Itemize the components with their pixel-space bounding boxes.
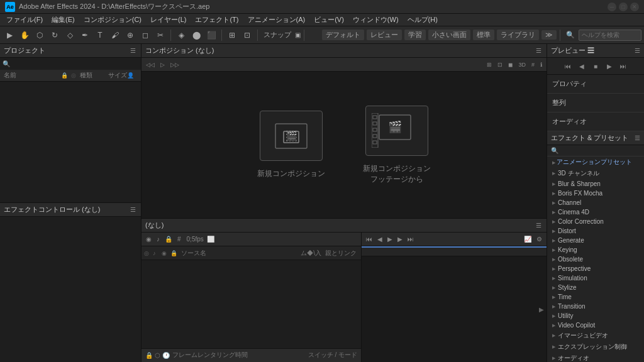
tool-hand[interactable]: ✋ (18, 28, 31, 42)
ws-learn[interactable]: 学習 (404, 30, 426, 40)
effects-control-menu[interactable]: ☰ (128, 206, 137, 214)
tl-solo-icon[interactable]: ◉ (144, 236, 153, 243)
comp-tb-grid[interactable]: # (530, 61, 536, 69)
tl-comp-settings[interactable]: ⚙ (535, 236, 544, 243)
project-panel-menu[interactable]: ☰ (128, 47, 137, 55)
ep-keying[interactable]: Keying (547, 245, 644, 255)
tool-eraser[interactable]: ◻ (138, 28, 152, 42)
ws-default[interactable]: デフォルト (322, 30, 364, 40)
audio-title[interactable]: オーディオ (552, 115, 639, 128)
ws-overflow[interactable]: ≫ (541, 30, 557, 40)
ep-animation-presets[interactable]: アニメーションプリセット (547, 156, 644, 168)
prev-stop[interactable]: ■ (590, 60, 601, 72)
ep-obsolete[interactable]: Obsolete (547, 255, 644, 264)
tool-extra4[interactable]: ⊞ (225, 28, 239, 42)
ep-time[interactable]: Time (547, 292, 644, 302)
window-controls[interactable]: ─ □ ✕ (608, 3, 639, 11)
ep-channel[interactable]: Channel (547, 198, 644, 207)
prev-go-end[interactable]: ⏭ (618, 60, 629, 72)
ep-image-video[interactable]: イマージュビデオ (547, 330, 644, 341)
composition-panel-menu[interactable]: ☰ (534, 47, 543, 55)
menu-view[interactable]: ビュー(V) (310, 14, 348, 25)
tool-brush[interactable]: 🖌 (108, 28, 122, 42)
timeline-menu[interactable]: ☰ (534, 221, 543, 230)
menu-window[interactable]: ウィンドウ(W) (349, 14, 402, 25)
tool-extra1[interactable]: ◈ (174, 28, 188, 42)
maximize-button[interactable]: □ (619, 3, 628, 11)
prev-next-frame[interactable]: ▶ (604, 60, 615, 72)
tl-frame-icon[interactable]: ⬜ (205, 236, 216, 243)
composition-panel-header: コンポジション (なし) ☰ (142, 44, 547, 58)
tl-play[interactable]: ▶ (386, 236, 394, 243)
ep-blur-sharpen[interactable]: Blur & Sharpen (547, 179, 644, 189)
ep-distort[interactable]: Distort (547, 226, 644, 236)
tl-go-start[interactable]: ⏮ (364, 236, 374, 243)
menu-animation[interactable]: アニメーション(A) (244, 14, 309, 25)
ep-3d-channel[interactable]: 3D チャンネル (547, 168, 644, 179)
ws-standard[interactable]: 標準 (473, 30, 494, 40)
tool-zoom[interactable]: ⬡ (33, 28, 47, 42)
tool-shape[interactable]: ◇ (63, 28, 77, 42)
comp-tb-info[interactable]: ℹ (538, 61, 544, 69)
new-comp-button[interactable]: ⬚ 🎬 新規コンポジション (257, 111, 325, 179)
ep-stylize[interactable]: Stylize (547, 283, 644, 292)
tl-prev-frame[interactable]: ◀ (375, 236, 384, 243)
comp-tb-fit[interactable]: ⊡ (496, 61, 504, 69)
search-icon[interactable]: 🔍 (564, 28, 577, 42)
ep-cinema4d[interactable]: Cinema 4D (547, 207, 644, 217)
ws-small[interactable]: 小さい画面 (428, 30, 470, 40)
ep-simulation[interactable]: Simulation (547, 273, 644, 283)
comp-tb-zoom[interactable]: ⊞ (485, 61, 494, 69)
minimize-button[interactable]: ─ (608, 3, 616, 11)
help-search-input[interactable] (579, 30, 641, 41)
menu-effect[interactable]: エフェクト(T) (191, 14, 242, 25)
tool-puppet[interactable]: ✂ (153, 28, 167, 42)
menu-help[interactable]: ヘルプ(H) (404, 14, 441, 25)
ep-video-copilot[interactable]: Video Copilot (547, 321, 644, 330)
tl-audio-icon[interactable]: ♪ (155, 236, 162, 243)
tool-pen[interactable]: ✒ (78, 28, 92, 42)
tool-extra5[interactable]: ⊡ (240, 28, 254, 42)
tl-lock-icon[interactable]: 🔒 (163, 236, 174, 243)
tool-select[interactable]: ▶ (3, 28, 16, 42)
timeline-ruler[interactable] (362, 246, 547, 256)
prev-prev-frame[interactable]: ◀ (576, 60, 587, 72)
timeline-expand-btn[interactable]: ▶ (539, 306, 544, 313)
ep-color-correction[interactable]: Color Correction (547, 217, 644, 226)
effects-presets-menu[interactable]: ☰ (635, 134, 640, 141)
tool-rotate[interactable]: ↻ (48, 28, 62, 42)
ep-transition[interactable]: Transition (547, 302, 644, 311)
ep-boris-fx[interactable]: Boris FX Mocha (547, 189, 644, 198)
ws-review[interactable]: レビュー (367, 30, 402, 40)
menu-edit[interactable]: 編集(E) (48, 14, 79, 25)
new-comp-footage-button[interactable]: 🎬 新規コンポジションフッテージから (363, 106, 431, 185)
ws-library[interactable]: ライブラリ (497, 30, 539, 40)
comp-tb-3d[interactable]: 3D (516, 61, 528, 69)
tool-stamp[interactable]: ⊕ (123, 28, 137, 42)
ep-expression[interactable]: エクスプレッション制御 (547, 341, 644, 353)
comp-tb-btn3[interactable]: ▷▷ (169, 61, 181, 69)
menu-file[interactable]: ファイル(F) (3, 14, 47, 25)
tool-extra3[interactable]: ⬛ (204, 28, 218, 42)
tl-next-frame[interactable]: ▶ (396, 236, 404, 243)
tool-text[interactable]: T (93, 28, 107, 42)
close-button[interactable]: ✕ (630, 3, 639, 11)
ep-perspective[interactable]: Perspective (547, 264, 644, 273)
preview-menu[interactable]: ☰ (635, 47, 640, 54)
ep-generate[interactable]: Generate (547, 236, 644, 245)
tool-extra2[interactable]: ⬤ (189, 28, 203, 42)
tl-label-icon[interactable]: # (175, 236, 183, 243)
tl-graph-editor[interactable]: 📈 (522, 236, 533, 243)
align-title[interactable]: 整列 (552, 96, 639, 109)
menu-composition[interactable]: コンポジション(C) (80, 14, 145, 25)
tl-go-end[interactable]: ⏭ (406, 236, 416, 243)
ep-audio-ja[interactable]: オーディオ (547, 353, 644, 362)
ep-utility[interactable]: Utility (547, 311, 644, 321)
comp-tb-btn2[interactable]: ▷ (158, 61, 167, 69)
comp-tb-btn1[interactable]: ◁◁ (144, 61, 157, 69)
prev-go-start[interactable]: ⏮ (562, 60, 574, 72)
comp-tb-color[interactable]: ◼ (506, 61, 514, 69)
menu-bar: ファイル(F) 編集(E) コンポジション(C) レイヤー(L) エフェクト(T… (0, 14, 644, 26)
menu-layer[interactable]: レイヤー(L) (147, 14, 190, 25)
snap-toggle[interactable]: ▣ (295, 28, 301, 42)
